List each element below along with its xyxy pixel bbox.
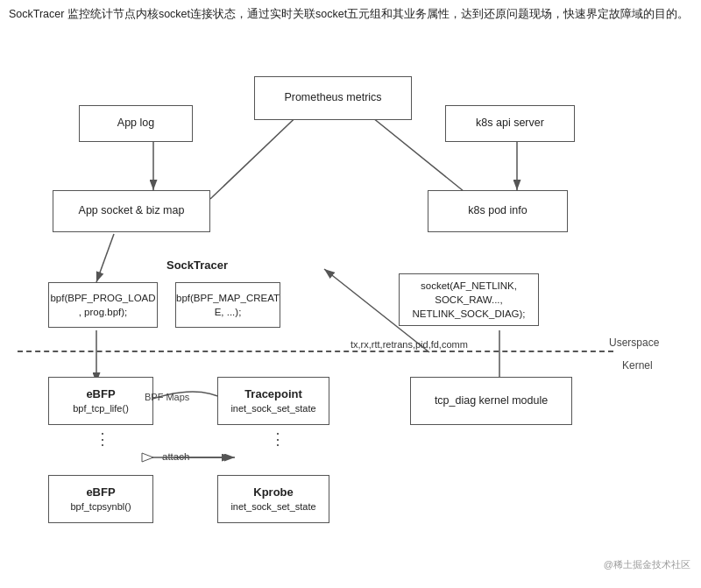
socktracer-label: SockTracer: [166, 259, 228, 272]
tcp-diag-box: tcp_diag kernel module: [410, 377, 572, 425]
tracepoint-dots: ⋮: [270, 429, 286, 449]
top-text: SockTracer 监控统计节点内核socket连接状态，通过实时关联sock…: [0, 0, 701, 28]
kernel-label: Kernel: [622, 359, 653, 372]
prometheus-metrics-box: Prometheus metrics: [254, 76, 412, 120]
app-socket-biz-map-box: App socket & biz map: [53, 190, 210, 232]
diagram-area: Prometheus metrics App log k8s api serve…: [0, 28, 701, 580]
tx-rx-label: tx,rx,rtt,retrans,pid,fd,comm: [350, 339, 468, 350]
userspace-label: Userspace: [609, 337, 659, 349]
svg-line-6: [96, 234, 114, 282]
kprobe-box: Kprobe inet_sock_set_state: [217, 475, 329, 523]
k8s-pod-info-box: k8s pod info: [428, 190, 568, 232]
ebpf1-dots: ⋮: [95, 429, 110, 449]
svg-line-4: [210, 107, 307, 199]
k8s-api-server-box: k8s api server: [445, 105, 575, 142]
ebpf2-box: eBFP bpf_tcpsynbl(): [48, 475, 153, 523]
socket-netlink-box: socket(AF_NETLINK, SOCK_RAW..., NETLINK_…: [399, 273, 539, 326]
bpf-prog-load-box: bpf(BPF_PROG_LOAD , prog.bpf);: [48, 282, 158, 328]
attach-arrow: [140, 444, 245, 471]
userspace-kernel-divider: [18, 351, 613, 352]
ebpf1-box: eBFP bpf_tcp_life(): [48, 377, 153, 425]
bpf-map-create-box: bpf(BPF_MAP_CREAT E, ...);: [175, 282, 280, 328]
tracepoint-box: Tracepoint inet_sock_set_state: [217, 377, 329, 425]
svg-marker-13: [142, 453, 153, 462]
watermark: @稀土掘金技术社区: [604, 558, 690, 571]
bpf-maps-label: BPF Maps: [145, 392, 189, 402]
app-log-box: App log: [79, 105, 193, 142]
